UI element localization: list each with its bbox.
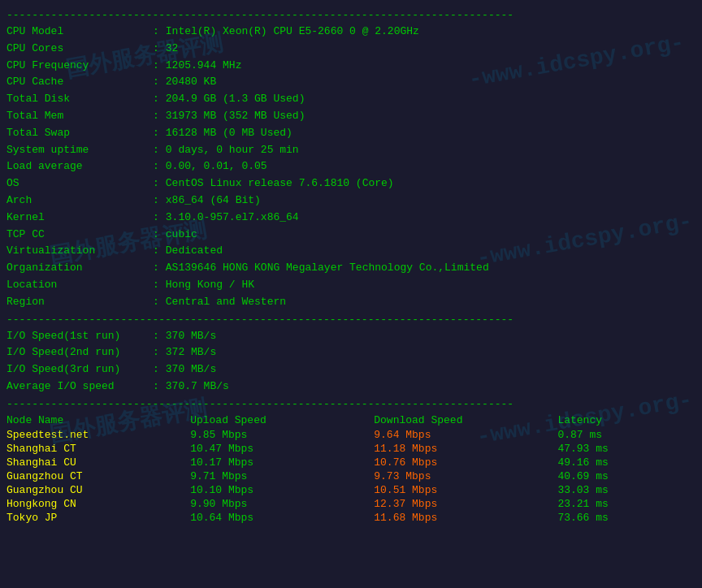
network-table: Node Name Upload Speed Download Speed La… [6, 413, 696, 525]
region-row: Region : Central and Western [6, 294, 696, 311]
io1-value: 370 MB/s [166, 328, 216, 345]
cell-latency: 23.21 ms [557, 497, 696, 511]
cell-download: 9.64 Mbps [374, 428, 557, 442]
table-row: Speedtest.net9.85 Mbps9.64 Mbps0.87 ms [6, 428, 696, 442]
cell-download: 10.76 Mbps [374, 456, 557, 469]
os-value: CentOS Linux release 7.6.1810 (Core) [166, 175, 394, 192]
io-avg-label: Average I/O speed [6, 378, 153, 396]
cpu-cores-value: 32 [166, 41, 179, 58]
cell-download: 11.68 Mbps [374, 511, 557, 525]
cpu-cache-row: CPU Cache : 20480 KB [6, 74, 696, 91]
top-divider: ----------------------------------------… [6, 9, 696, 21]
cell-upload: 9.71 Mbps [190, 469, 374, 483]
cell-latency: 73.66 ms [557, 511, 696, 525]
cell-upload: 9.85 Mbps [190, 428, 374, 442]
io2-label: I/O Speed(2nd run) [6, 344, 153, 361]
cell-node: Hongkong CN [6, 497, 190, 511]
system-uptime-row: System uptime : 0 days, 0 hour 25 min [6, 142, 696, 159]
cell-download: 10.51 Mbps [374, 483, 557, 497]
cell-node: Shanghai CT [6, 442, 190, 456]
cell-download: 9.73 Mbps [374, 469, 557, 483]
cell-node: Guangzhou CU [6, 483, 190, 497]
arch-value: x86_64 (64 Bit) [166, 192, 261, 210]
cell-node: Tokyo JP [6, 511, 190, 525]
io-avg-row: Average I/O speed : 370.7 MB/s [6, 378, 696, 396]
cell-node: Speedtest.net [6, 428, 190, 442]
table-row: Hongkong CN9.90 Mbps12.37 Mbps23.21 ms [6, 497, 696, 511]
load-average-row: Load average : 0.00, 0.01, 0.05 [6, 158, 696, 175]
io-section: I/O Speed(1st run) : 370 MB/s I/O Speed(… [6, 328, 696, 396]
cell-upload: 9.90 Mbps [190, 497, 374, 511]
cpu-cache-label: CPU Cache [6, 74, 153, 91]
cell-download: 11.18 Mbps [374, 442, 557, 456]
total-mem-label: Total Mem [6, 108, 153, 125]
os-label: OS [6, 175, 153, 192]
cell-download: 12.37 Mbps [374, 497, 557, 511]
total-mem-row: Total Mem : 31973 MB (352 MB Used) [6, 108, 696, 125]
total-disk-label: Total Disk [6, 91, 153, 108]
cpu-cores-label: CPU Cores [6, 41, 153, 58]
kernel-label: Kernel [6, 210, 153, 227]
tcp-cc-label: TCP CC [6, 227, 153, 244]
total-disk-row: Total Disk : 204.9 GB (1.3 GB Used) [6, 91, 696, 108]
region-label: Region [6, 294, 153, 311]
organization-label: Organization [6, 260, 153, 277]
organization-row: Organization : AS139646 HONG KONG Megala… [6, 260, 696, 277]
system-uptime-label: System uptime [6, 142, 153, 159]
cpu-freq-value: 1205.944 MHz [166, 58, 242, 75]
sysinfo-section: CPU Model : Intel(R) Xeon(R) CPU E5-2660… [6, 24, 696, 311]
kernel-row: Kernel : 3.10.0-957.el7.x86_64 [6, 210, 696, 227]
cell-node: Shanghai CU [6, 456, 190, 469]
total-swap-value: 16128 MB (0 MB Used) [166, 125, 292, 142]
virtualization-row: Virtualization : Dedicated [6, 243, 696, 260]
io1-label: I/O Speed(1st run) [6, 328, 153, 345]
os-row: OS : CentOS Linux release 7.6.1810 (Core… [6, 175, 696, 192]
table-row: Shanghai CU10.17 Mbps10.76 Mbps49.16 ms [6, 456, 696, 469]
cell-upload: 10.64 Mbps [190, 511, 374, 525]
table-row: Tokyo JP10.64 Mbps11.68 Mbps73.66 ms [6, 511, 696, 525]
network-section: Node Name Upload Speed Download Speed La… [6, 413, 696, 525]
cell-latency: 49.16 ms [557, 456, 696, 469]
total-disk-value: 204.9 GB (1.3 GB Used) [166, 91, 306, 108]
cpu-freq-label: CPU Frequency [6, 58, 153, 75]
mid-divider-2: ----------------------------------------… [6, 398, 696, 410]
location-label: Location [6, 277, 153, 294]
io3-label: I/O Speed(3rd run) [6, 361, 153, 378]
location-row: Location : Hong Kong / HK [6, 277, 696, 294]
region-value: Central and Western [166, 294, 286, 311]
arch-row: Arch : x86_64 (64 Bit) [6, 192, 696, 210]
virtualization-value: Dedicated [166, 243, 223, 260]
cell-latency: 40.69 ms [557, 469, 696, 483]
col-header-latency: Latency [557, 413, 696, 428]
col-header-node: Node Name [6, 413, 190, 428]
load-average-label: Load average [6, 158, 153, 175]
system-uptime-value: 0 days, 0 hour 25 min [166, 142, 299, 159]
kernel-value: 3.10.0-957.el7.x86_64 [166, 210, 299, 227]
organization-value: AS139646 HONG KONG Megalayer Technology … [166, 260, 489, 277]
mid-divider-1: ----------------------------------------… [6, 313, 696, 326]
io2-value: 372 MB/s [166, 344, 216, 361]
location-value: Hong Kong / HK [166, 277, 254, 294]
cpu-model-row: CPU Model : Intel(R) Xeon(R) CPU E5-2660… [6, 24, 696, 41]
table-header-row: Node Name Upload Speed Download Speed La… [6, 413, 696, 428]
table-row: Guangzhou CT9.71 Mbps9.73 Mbps40.69 ms [6, 469, 696, 483]
cell-latency: 33.03 ms [557, 483, 696, 497]
tcp-cc-value: cubic [166, 227, 197, 244]
cpu-model-value: Intel(R) Xeon(R) CPU E5-2660 0 @ 2.20GHz [166, 24, 419, 41]
total-swap-label: Total Swap [6, 125, 153, 142]
virtualization-label: Virtualization [6, 243, 153, 260]
arch-label: Arch [6, 192, 153, 210]
cell-latency: 0.87 ms [557, 428, 696, 442]
cpu-freq-row: CPU Frequency : 1205.944 MHz [6, 58, 696, 75]
table-row: Guangzhou CU10.10 Mbps10.51 Mbps33.03 ms [6, 483, 696, 497]
cpu-cache-value: 20480 KB [166, 74, 216, 91]
io3-row: I/O Speed(3rd run) : 370 MB/s [6, 361, 696, 378]
io-avg-value: 370.7 MB/s [166, 378, 229, 396]
cell-upload: 10.17 Mbps [190, 456, 374, 469]
table-row: Shanghai CT10.47 Mbps11.18 Mbps47.93 ms [6, 442, 696, 456]
io1-row: I/O Speed(1st run) : 370 MB/s [6, 328, 696, 345]
cell-upload: 10.47 Mbps [190, 442, 374, 456]
cpu-model-label: CPU Model [6, 24, 153, 41]
col-header-download: Download Speed [374, 413, 557, 428]
total-swap-row: Total Swap : 16128 MB (0 MB Used) [6, 125, 696, 142]
